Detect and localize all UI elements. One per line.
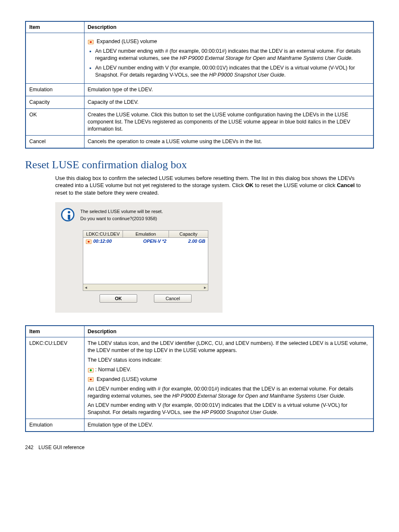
expanded-ldev-icon [88, 39, 94, 44]
horizontal-scrollbar[interactable]: ◄ ► [83, 284, 208, 290]
scroll-right-icon[interactable]: ► [203, 285, 207, 290]
expanded-ldev-icon [86, 239, 92, 244]
th-desc: Description [84, 21, 373, 33]
item-emulation: Emulation [26, 419, 84, 432]
table-row: Emulation Emulation type of the LDEV. [26, 419, 373, 432]
list-item: An LDEV number ending with V (for exampl… [95, 64, 370, 79]
normal-ldev-icon [88, 368, 94, 373]
col-capacity[interactable]: Capacity [169, 231, 208, 237]
expanded-volume-label: Expanded (LUSE) volume [97, 39, 157, 44]
th-item: Item [26, 326, 84, 337]
desc-capacity: Capacity of the LDEV. [84, 96, 373, 109]
table-row: Cancel Cancels the operation to create a… [26, 135, 373, 148]
table-row: Emulation Emulation type of the LDEV. [26, 84, 373, 96]
desc-cancel: Cancels the operation to create a LUSE v… [84, 135, 373, 148]
table-row: Expanded (LUSE) volume An LDEV number en… [26, 33, 373, 84]
list-item: An LDEV number ending with # (for exampl… [95, 48, 370, 62]
cell-ldev: 00:12:00 [83, 238, 123, 245]
svg-point-5 [88, 241, 90, 243]
section-body: Use this dialog box to confirm the selec… [55, 175, 374, 197]
reset-luse-dialog: The selected LUSE volume will be reset. … [55, 202, 223, 313]
info-icon [61, 208, 74, 221]
grid-body: 00:12:00 OPEN-V *2 2.00 GB [83, 238, 208, 284]
expanded-volume-line: Expanded (LUSE) volume [88, 376, 370, 383]
cell-emulation: OPEN-V *2 [123, 238, 169, 245]
dialog-button-row: OK Cancel [83, 294, 208, 303]
cancel-button[interactable]: Cancel [154, 294, 192, 303]
col-emulation[interactable]: Emulation [123, 231, 169, 237]
scroll-left-icon[interactable]: ◄ [84, 285, 88, 290]
paragraph: An LDEV number ending with V (for exampl… [88, 402, 370, 416]
item-ldkc: LDKC:CU:LDEV [26, 337, 84, 419]
page-footer: 242 LUSE GUI reference [25, 445, 374, 450]
table-row: LDKC:CU:LDEV The LDEV status icon, and t… [26, 337, 373, 419]
item-capacity: Capacity [26, 96, 84, 109]
th-item: Item [26, 21, 84, 33]
expanded-volume-line: Expanded (LUSE) volume [88, 38, 370, 45]
description-table-1: Item Description Expanded (LUSE) volume … [25, 21, 374, 149]
item-cancel: Cancel [26, 135, 84, 148]
page-number: 242 [25, 445, 33, 450]
item-emulation: Emulation [26, 84, 84, 96]
table-row: OK Creates the LUSE volume. Click this b… [26, 109, 373, 136]
th-desc: Description [84, 326, 373, 337]
description-table-2: Item Description LDKC:CU:LDEV The LDEV s… [25, 325, 374, 432]
desc-emulation: Emulation type of the LDEV. [84, 419, 373, 432]
bullet-list: An LDEV number ending with # (for exampl… [88, 48, 370, 79]
footer-title: LUSE GUI reference [38, 445, 84, 450]
svg-point-7 [90, 369, 92, 371]
cell-capacity: 2.00 GB [169, 238, 208, 245]
item-ok: OK [26, 109, 84, 136]
section-heading: Reset LUSE confirmation dialog box [25, 159, 374, 171]
desc-ok: Creates the LUSE volume. Click this butt… [84, 109, 373, 136]
desc-ldkc: The LDEV status icon, and the LDEV ident… [84, 337, 373, 419]
ok-button[interactable]: OK [100, 294, 137, 303]
document-page: Item Description Expanded (LUSE) volume … [0, 0, 399, 463]
svg-point-2 [90, 41, 92, 43]
svg-point-10 [90, 379, 92, 380]
grid-row[interactable]: 00:12:00 OPEN-V *2 2.00 GB [83, 238, 208, 245]
grid-header: LDKC:CU:LDEV Emulation Capacity [83, 231, 208, 238]
paragraph: An LDEV number ending with # (for exampl… [88, 386, 370, 400]
dialog-grid: LDKC:CU:LDEV Emulation Capacity 00:12:00… [83, 230, 208, 291]
expanded-ldev-icon [88, 377, 94, 382]
normal-ldev-line: : Normal LDEV. [88, 366, 370, 373]
col-ldkc[interactable]: LDKC:CU:LDEV [83, 231, 123, 237]
dialog-message: The selected LUSE volume will be reset. … [80, 208, 163, 222]
desc-emulation: Emulation type of the LDEV. [84, 84, 373, 96]
table-row: Capacity Capacity of the LDEV. [26, 96, 373, 109]
